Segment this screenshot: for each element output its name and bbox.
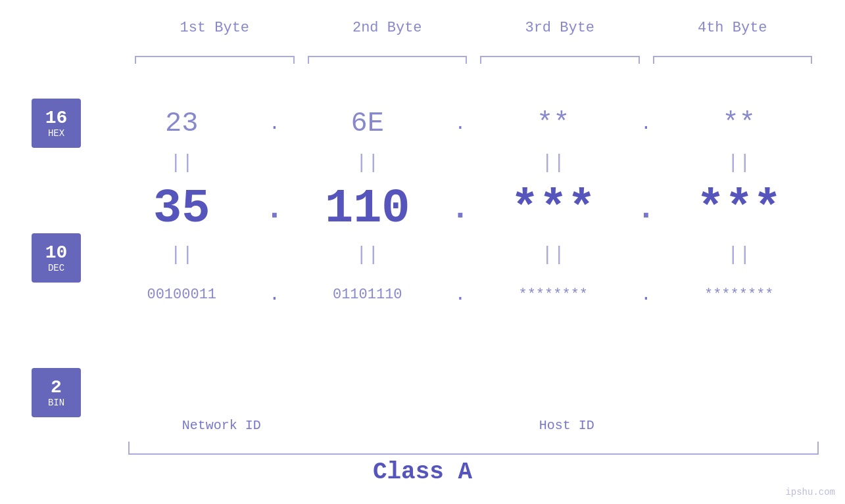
hex-badge: 16 HEX [32, 99, 81, 148]
class-label: Class A [373, 459, 472, 486]
bin-byte3: ******** [473, 286, 633, 303]
network-id-label: Network ID [128, 418, 315, 433]
dot-hex-1: . [262, 114, 288, 134]
equals-1-byte4: || [660, 153, 819, 173]
main-container: 1st Byte 2nd Byte 3rd Byte 4th Byte 16 H… [0, 0, 845, 504]
big-bottom-bracket [128, 442, 819, 455]
dec-byte1: 35 [102, 182, 262, 236]
bracket-byte3 [480, 56, 640, 64]
equals-1-byte1: || [102, 153, 262, 173]
top-brackets [128, 56, 819, 64]
hex-num: 16 [45, 108, 68, 128]
byte4-header: 4th Byte [646, 20, 819, 36]
dot-bin-3: . [633, 285, 660, 305]
bin-byte2: 01101110 [288, 286, 448, 303]
dec-row: 35 . 110 . *** . *** [102, 176, 819, 242]
bin-num: 2 [51, 377, 62, 398]
dec-badge: 10 DEC [32, 233, 81, 283]
hex-row: 23 . 6E . ** . ** [102, 97, 819, 150]
bin-badge: 2 BIN [32, 368, 81, 417]
dot-dec-1: . [262, 191, 288, 227]
dec-byte2: 110 [288, 182, 448, 236]
host-id-label: Host ID [315, 418, 819, 433]
hex-byte4: ** [660, 108, 819, 139]
dec-name: DEC [48, 263, 64, 273]
dot-dec-2: . [447, 191, 473, 227]
bin-byte1: 00100011 [102, 286, 262, 303]
equals-2-byte1: || [102, 245, 262, 265]
dot-hex-2: . [447, 114, 473, 134]
dec-num: 10 [45, 242, 68, 263]
byte2-header: 2nd Byte [301, 20, 474, 36]
bracket-byte2 [308, 56, 468, 64]
bin-byte4: ******** [660, 286, 819, 303]
equals-row-1: || || || || [102, 150, 819, 176]
equals-2-byte3: || [473, 245, 633, 265]
dot-dec-3: . [633, 191, 660, 227]
byte1-header: 1st Byte [128, 20, 301, 36]
equals-2-byte2: || [288, 245, 448, 265]
base-labels: 16 HEX 10 DEC 2 BIN [32, 99, 81, 417]
hex-name: HEX [48, 128, 64, 139]
dot-bin-1: . [262, 285, 288, 305]
equals-1-byte2: || [288, 153, 448, 173]
equals-row-2: || || || || [102, 242, 819, 268]
bin-name: BIN [48, 398, 64, 408]
dec-byte3: *** [473, 182, 633, 236]
dot-hex-3: . [633, 114, 660, 134]
id-labels: Network ID Host ID [128, 418, 819, 433]
bracket-byte1 [135, 56, 295, 64]
dec-byte4: *** [660, 182, 819, 236]
byte-headers: 1st Byte 2nd Byte 3rd Byte 4th Byte [128, 20, 819, 36]
watermark: ipshu.com [785, 487, 835, 497]
equals-2-byte4: || [660, 245, 819, 265]
hex-byte3: ** [473, 108, 633, 139]
bin-row: 00100011 . 01101110 . ******** . *******… [102, 268, 819, 321]
bracket-byte4 [653, 56, 813, 64]
rows-container: 23 . 6E . ** . ** || || || || 35 . 110 .… [102, 97, 819, 321]
hex-byte2: 6E [288, 108, 448, 139]
byte3-header: 3rd Byte [473, 20, 646, 36]
equals-1-byte3: || [473, 153, 633, 173]
dot-bin-2: . [447, 285, 473, 305]
hex-byte1: 23 [102, 108, 262, 139]
